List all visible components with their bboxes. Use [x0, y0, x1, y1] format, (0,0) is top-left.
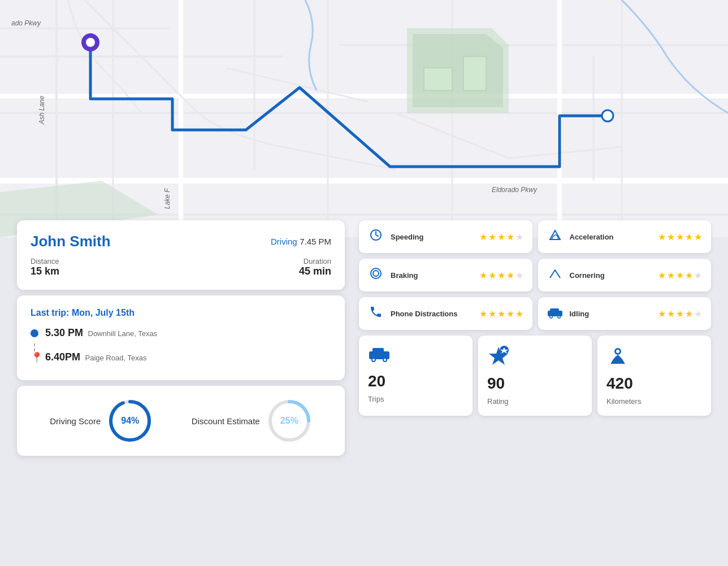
- phone-distractions-icon: [368, 305, 384, 322]
- svg-text:Ash Lane: Ash Lane: [38, 95, 46, 125]
- braking-icon: [368, 267, 384, 284]
- svg-text:Eldorado Pkwy: Eldorado Pkwy: [492, 186, 538, 194]
- svg-rect-22: [463, 56, 486, 90]
- svg-point-24: [86, 38, 95, 47]
- idling-label: Idling: [570, 310, 652, 318]
- svg-rect-37: [550, 308, 559, 312]
- idling-stars: ★ ★ ★ ★ ★: [658, 308, 702, 319]
- kilometers-value: 420: [606, 375, 633, 393]
- current-trip-card: John Smith Driving 7.45 PM Distance 15 k…: [17, 220, 345, 290]
- svg-point-47: [384, 359, 386, 361]
- duration-label: Duration: [299, 257, 331, 265]
- distance-label: Distance: [31, 257, 59, 265]
- braking-stars: ★ ★ ★ ★ ★: [479, 270, 523, 281]
- svg-point-52: [616, 350, 619, 353]
- braking-label: Braking: [391, 271, 473, 280]
- driving-label: Driving: [271, 237, 297, 246]
- rating-label: Rating: [487, 397, 509, 406]
- metric-braking: Braking ★ ★ ★ ★ ★: [359, 259, 532, 291]
- trip-end-place: Paige Road, Texas: [85, 354, 147, 362]
- phone-distractions-stars: ★ ★ ★ ★ ★: [479, 308, 523, 319]
- trip-start-dot: [31, 329, 38, 337]
- score-card: Driving Score 94% Discount Estimate: [17, 386, 345, 456]
- discount-gauge: 25%: [267, 398, 312, 443]
- metrics-grid: Speeding ★ ★ ★ ★ ★ Acceleration: [359, 220, 711, 330]
- metric-speeding: Speeding ★ ★ ★ ★ ★: [359, 220, 532, 253]
- svg-text:Lake F: Lake F: [163, 188, 171, 209]
- svg-point-35: [373, 271, 379, 276]
- driving-score-label: Driving Score: [50, 416, 101, 426]
- map-background: ado Pkwy Ash Lane Lake F Eldorado Pkwy: [0, 0, 728, 237]
- discount-label: Discount Estimate: [192, 416, 260, 426]
- trip-end: 📍 6.40PM Paige Road, Texas: [31, 351, 331, 363]
- stat-rating: 90 Rating: [478, 336, 592, 416]
- trip-end-time: 6.40PM: [45, 351, 80, 363]
- kilometers-label: Kilometers: [606, 397, 641, 406]
- trips-value: 20: [368, 372, 385, 390]
- trip-end-pin: 📍: [31, 352, 38, 363]
- discount-value: 25%: [280, 416, 298, 426]
- trips-label: Trips: [368, 395, 384, 403]
- stat-trips: 20 Trips: [359, 336, 473, 416]
- svg-text:ado Pkwy: ado Pkwy: [11, 19, 41, 27]
- last-trip-header: Last trip: Mon, July 15th: [31, 308, 331, 318]
- rating-icon: [487, 346, 510, 370]
- stats-grid: 20 Trips 90 Rating: [359, 336, 711, 416]
- driver-name: John Smith: [31, 233, 111, 250]
- last-trip-card: Last trip: Mon, July 15th 5.30 PM Downhi…: [17, 295, 345, 380]
- trip-start-place: Downhill Lane, Texas: [88, 329, 158, 338]
- cornering-label: Cornering: [570, 271, 652, 280]
- trip-start-time: 5.30 PM: [45, 327, 83, 338]
- speeding-icon: [368, 228, 384, 245]
- stat-kilometers: 420 Kilometers: [597, 336, 711, 416]
- svg-point-25: [602, 110, 613, 121]
- acceleration-label: Acceleration: [570, 233, 652, 241]
- metric-phone-distractions: Phone Distractions ★ ★ ★ ★ ★: [359, 297, 532, 330]
- cornering-stars: ★ ★ ★ ★ ★: [658, 270, 702, 281]
- trips-icon: [368, 346, 391, 368]
- duration-value: 45 min: [299, 265, 331, 277]
- svg-point-46: [372, 359, 375, 361]
- discount-score-group: Discount Estimate 25%: [192, 398, 312, 443]
- kilometers-icon: [606, 346, 629, 370]
- trip-start: 5.30 PM Downhill Lane, Texas: [31, 327, 331, 339]
- metric-acceleration: Acceleration ★ ★ ★ ★ ★: [538, 220, 712, 253]
- speeding-label: Speeding: [391, 233, 473, 241]
- trip-connector: [34, 343, 331, 351]
- svg-point-41: [558, 316, 560, 318]
- distance-value: 15 km: [31, 265, 59, 277]
- phone-distractions-label: Phone Distractions: [391, 310, 473, 318]
- driving-score-gauge: 94%: [107, 398, 153, 443]
- acceleration-icon: [547, 228, 563, 245]
- svg-rect-43: [372, 348, 384, 352]
- speeding-stars: ★ ★ ★ ★ ★: [479, 232, 523, 242]
- svg-rect-21: [424, 68, 452, 90]
- driving-time: 7.45 PM: [300, 237, 331, 246]
- rating-value: 90: [487, 375, 505, 393]
- metric-idling: Idling ★ ★ ★ ★ ★: [538, 297, 712, 330]
- cornering-icon: [547, 267, 563, 284]
- idling-icon: [547, 305, 563, 322]
- driving-score-group: Driving Score 94%: [50, 398, 153, 443]
- acceleration-stars: ★ ★ ★ ★ ★: [658, 232, 702, 242]
- driving-score-value: 94%: [121, 416, 139, 426]
- svg-point-40: [550, 316, 552, 318]
- metric-cornering: Cornering ★ ★ ★ ★ ★: [538, 259, 712, 291]
